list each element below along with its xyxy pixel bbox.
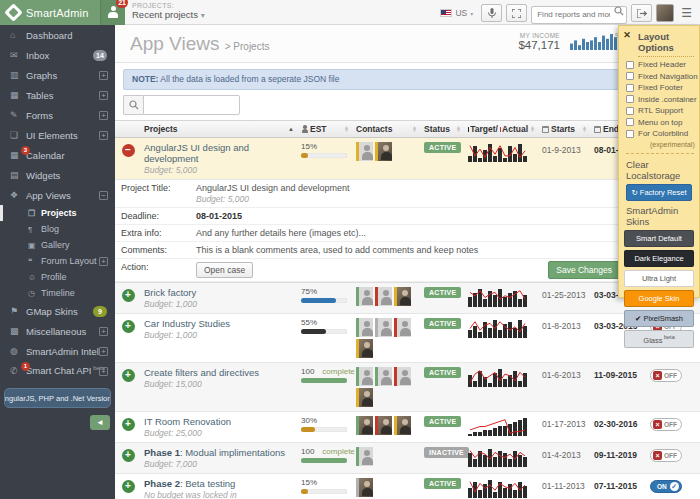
option-rtl-support[interactable]: RTL Support [626, 106, 694, 115]
recent-projects-dropdown[interactable]: Recent projects ▾ [132, 9, 205, 20]
expand-row-icon[interactable]: + [122, 480, 135, 493]
contact-avatar[interactable] [356, 142, 373, 161]
sidebar-item-widgets[interactable]: ▤Widgets [0, 165, 115, 185]
versions-button[interactable]: AngularJS, PHP and .Net Versions [4, 388, 111, 408]
skin-button-google-skin[interactable]: Google Skin [624, 290, 694, 307]
sidebar-item-miscellaneous[interactable]: ▩Miscellaneous+ [0, 321, 115, 341]
expand-row-icon[interactable]: + [122, 418, 135, 431]
expand-row-icon[interactable]: + [122, 289, 135, 302]
contact-avatar[interactable] [375, 318, 392, 337]
expand-icon[interactable]: + [99, 71, 108, 80]
collapse-row-icon[interactable]: − [122, 144, 135, 157]
option-fixed-header[interactable]: Fixed Header [626, 60, 694, 69]
contact-avatar[interactable] [356, 388, 373, 407]
hamburger-menu-icon[interactable]: ☰ [678, 4, 695, 22]
collapse-icon[interactable]: − [99, 191, 108, 200]
expand-icon[interactable]: + [99, 367, 108, 376]
contact-avatar[interactable] [356, 339, 373, 358]
column-header-contacts[interactable]: Contacts▲▼ [353, 121, 421, 137]
skin-button-smart-default[interactable]: Smart Default [624, 230, 694, 247]
table-filter-input[interactable] [143, 95, 240, 115]
sidebar-item-inbox[interactable]: ✉Inbox14 [0, 45, 115, 65]
checkbox-unchecked[interactable] [626, 107, 634, 115]
sidebar-item-timeline[interactable]: ◷Timeline [0, 285, 115, 301]
save-changes-button[interactable]: Save Changes [548, 261, 620, 279]
option-fixed-footer[interactable]: Fixed Footer [626, 83, 694, 92]
skin-button-pixelsmash[interactable]: ✔ PixelSmash [624, 310, 694, 327]
contact-avatar[interactable] [375, 142, 392, 161]
contact-avatar[interactable] [356, 318, 373, 337]
option-inside-container[interactable]: Inside .container [626, 95, 694, 104]
expand-row-icon[interactable]: + [122, 369, 135, 382]
sidebar-item-forms[interactable]: ✎Forms+ [0, 105, 115, 125]
contact-avatar[interactable] [356, 447, 373, 466]
sidebar-item-calendar[interactable]: ▦3Calendar [0, 145, 115, 165]
column-header-status[interactable]: Status▲▼ [421, 121, 465, 137]
voice-command-button[interactable] [481, 4, 502, 22]
search-icon[interactable] [614, 6, 624, 16]
expand-icon[interactable]: + [99, 91, 108, 100]
sidebar-item-app-views[interactable]: ❖App Views− [0, 185, 115, 205]
search-input[interactable] [531, 6, 627, 24]
checkbox-unchecked[interactable] [626, 118, 634, 126]
toggle-switch-off[interactable]: ×OFF [650, 369, 682, 382]
contact-avatar[interactable] [375, 287, 392, 306]
option-for-colorblind[interactable]: For Colorblind [626, 129, 694, 138]
sidebar-item-graphs[interactable]: ▥Graphs+ [0, 65, 115, 85]
sidebar-item-gmap-skins[interactable]: ⚑GMap Skins9 [0, 301, 115, 321]
contact-avatar[interactable] [356, 367, 373, 386]
contact-avatar[interactable] [394, 287, 411, 306]
toggle-switch-off[interactable]: ×OFF [650, 449, 682, 462]
contact-avatar[interactable] [375, 367, 392, 386]
toggle-switch-on[interactable]: ON✓ [650, 480, 682, 493]
column-header-target-actual[interactable]: Target/Actual▲▼ [465, 121, 539, 137]
close-icon[interactable]: ✕ [621, 29, 633, 41]
contact-avatar[interactable] [394, 318, 411, 337]
skin-button-dark-elegance[interactable]: Dark Elegance [624, 250, 694, 267]
sidebar-item-forum-layout[interactable]: ❝Forum Layout+ [0, 253, 115, 269]
activity-button[interactable]: 21 [100, 0, 125, 25]
sidebar-collapse-button[interactable]: ◄ [90, 415, 110, 430]
language-picker[interactable]: US ▾ [440, 8, 473, 18]
sidebar-item-smart-chat-api[interactable]: ✆1Smart Chat API beta+ [0, 361, 115, 381]
checkbox-unchecked[interactable] [626, 95, 634, 103]
column-header-projects[interactable]: Projects▲ [141, 121, 298, 137]
contact-avatar[interactable] [356, 478, 373, 497]
sidebar-item-tables[interactable]: ▦Tables+ [0, 85, 115, 105]
checkbox-unchecked[interactable] [626, 61, 634, 69]
option-menu-on-top[interactable]: Menu on top [626, 118, 694, 127]
sidebar-item-ui-elements[interactable]: ❏UI Elements+ [0, 125, 115, 145]
fullscreen-button[interactable] [506, 4, 527, 22]
logout-button[interactable] [631, 4, 652, 22]
open-case-button[interactable]: Open case [196, 262, 253, 278]
column-header-est[interactable]: EST▲▼ [298, 121, 353, 137]
contact-avatar[interactable] [356, 416, 373, 435]
skin-button-ultra-light[interactable]: Ultra Light [624, 270, 694, 287]
avatar[interactable] [656, 4, 674, 22]
contact-avatar[interactable] [356, 287, 373, 306]
sidebar-item-smartadmin-intel[interactable]: ◍SmartAdmin Intel+ [0, 341, 115, 361]
sidebar-item-dashboard[interactable]: ⌂Dashboard [0, 25, 115, 45]
expand-icon[interactable]: + [99, 131, 108, 140]
option-fixed-navigation[interactable]: Fixed Navigation [626, 72, 694, 81]
sidebar-item-blog[interactable]: ¶Blog [0, 221, 115, 237]
expand-icon[interactable]: + [99, 327, 108, 336]
sidebar-item-projects[interactable]: ❐Projects [0, 205, 115, 221]
expand-icon[interactable]: + [99, 257, 108, 266]
sidebar-item-gallery[interactable]: ▣Gallery [0, 237, 115, 253]
expand-icon[interactable]: + [99, 347, 108, 356]
skin-button-glass[interactable]: Glass beta [624, 330, 694, 349]
expand-row-icon[interactable]: + [122, 320, 135, 333]
expand-icon[interactable]: + [99, 111, 108, 120]
expand-row-icon[interactable]: + [122, 449, 135, 462]
checkbox-unchecked[interactable] [626, 130, 634, 138]
toggle-switch-off[interactable]: ×OFF [650, 418, 682, 431]
contact-avatar[interactable] [375, 416, 392, 435]
sidebar-item-profile[interactable]: ☺Profile [0, 269, 115, 285]
contact-avatar[interactable] [394, 367, 411, 386]
checkbox-unchecked[interactable] [626, 72, 634, 80]
contact-avatar[interactable] [394, 416, 411, 435]
checkbox-unchecked[interactable] [626, 84, 634, 92]
factory-reset-button[interactable]: ↻ Factory Reset [626, 184, 692, 201]
column-header-starts[interactable]: Starts▲▼ [539, 121, 591, 137]
